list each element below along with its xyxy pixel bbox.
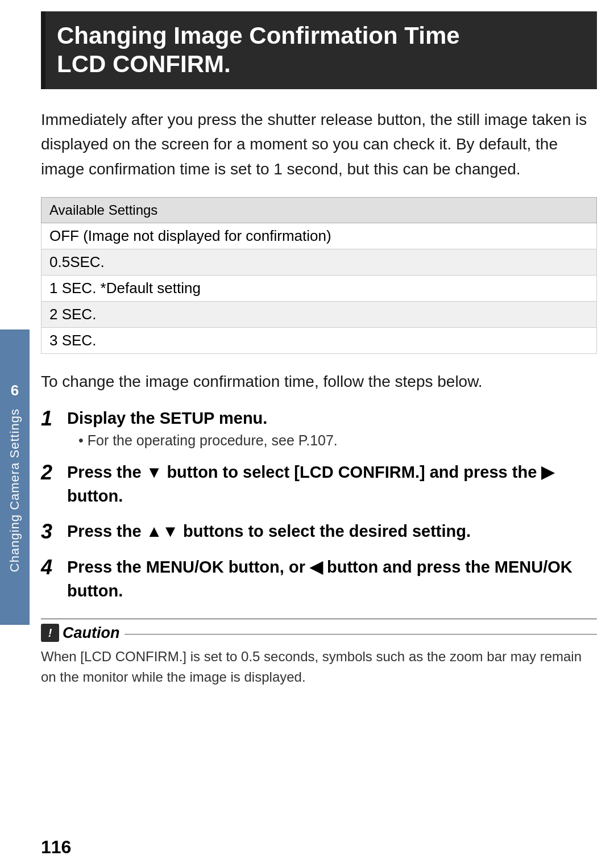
- step-3-body: Press the ▲▼ buttons to select the desir…: [67, 519, 471, 543]
- step-2-number: 2: [41, 460, 67, 485]
- page-title-line2: LCD CONFIRM.: [57, 50, 581, 78]
- caution-label: Caution: [63, 624, 120, 642]
- step-1-sub: For the operating procedure, see P.107.: [67, 432, 338, 449]
- side-tab-number: 6: [11, 382, 19, 399]
- step-1-body: Display the SETUP menu. For the operatin…: [67, 406, 338, 449]
- settings-row-1: 0.5SEC.: [42, 249, 597, 275]
- step-1-number: 1: [41, 406, 67, 431]
- settings-row-2: 1 SEC. *Default setting: [42, 275, 597, 301]
- step-4-text: Press the MENU/OK button, or ◀ button an…: [67, 555, 597, 603]
- side-tab-text: Changing Camera Settings: [7, 408, 22, 572]
- table-row: OFF (Image not displayed for confirmatio…: [42, 223, 597, 249]
- page-title-line1: Changing Image Confirmation Time: [57, 22, 581, 50]
- table-row: 3 SEC.: [42, 327, 597, 353]
- caution-dashes: [125, 634, 598, 635]
- intro-text: Immediately after you press the shutter …: [41, 107, 597, 181]
- settings-table-header: Available Settings: [42, 197, 597, 223]
- step-1-text: Display the SETUP menu.: [67, 406, 338, 430]
- step-3-number: 3: [41, 519, 67, 544]
- step-2: 2 Press the ▼ button to select [LCD CONF…: [41, 460, 597, 508]
- caution-title: ! Caution: [41, 624, 597, 642]
- title-block: Changing Image Confirmation Time LCD CON…: [41, 11, 597, 89]
- caution-box: ! Caution When [LCD CONFIRM.] is set to …: [41, 619, 597, 687]
- settings-table: Available Settings OFF (Image not displa…: [41, 197, 597, 354]
- step-2-body: Press the ▼ button to select [LCD CONFIR…: [67, 460, 597, 508]
- table-row: 0.5SEC.: [42, 249, 597, 275]
- main-content: Changing Image Confirmation Time LCD CON…: [41, 11, 597, 834]
- instruction-text: To change the image confirmation time, f…: [41, 370, 597, 394]
- step-4-body: Press the MENU/OK button, or ◀ button an…: [67, 555, 597, 603]
- step-3-text: Press the ▲▼ buttons to select the desir…: [67, 519, 471, 543]
- page-container: 6 Changing Camera Settings Changing Imag…: [0, 0, 614, 868]
- caution-icon: !: [41, 624, 59, 642]
- step-4: 4 Press the MENU/OK button, or ◀ button …: [41, 555, 597, 603]
- settings-row-0: OFF (Image not displayed for confirmatio…: [42, 223, 597, 249]
- table-row: 1 SEC. *Default setting: [42, 275, 597, 301]
- page-number: 116: [41, 837, 71, 858]
- caution-text: When [LCD CONFIRM.] is set to 0.5 second…: [41, 646, 597, 687]
- step-3: 3 Press the ▲▼ buttons to select the des…: [41, 519, 597, 544]
- step-2-text: Press the ▼ button to select [LCD CONFIR…: [67, 460, 597, 508]
- settings-row-4: 3 SEC.: [42, 327, 597, 353]
- step-4-number: 4: [41, 555, 67, 579]
- step-1: 1 Display the SETUP menu. For the operat…: [41, 406, 597, 449]
- side-tab: 6 Changing Camera Settings: [0, 329, 30, 625]
- table-row: 2 SEC.: [42, 301, 597, 327]
- settings-row-3: 2 SEC.: [42, 301, 597, 327]
